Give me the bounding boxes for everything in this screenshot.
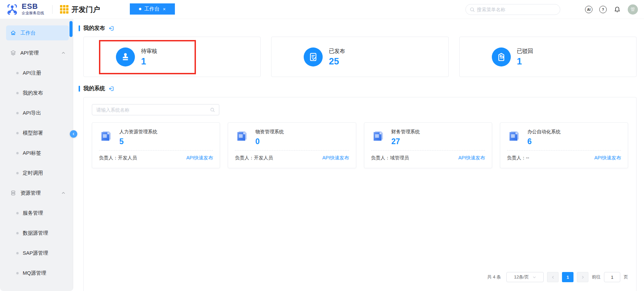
- main-content: 我的发布 待审核 1: [74, 19, 644, 291]
- sidebar-item-label: 模型部署: [23, 130, 43, 136]
- stat-value: 25: [329, 57, 345, 66]
- tab-close-icon[interactable]: ×: [163, 6, 165, 12]
- next-page-button[interactable]: [577, 272, 588, 282]
- sidebar-collapse-button[interactable]: [70, 130, 77, 138]
- system-search-input[interactable]: [96, 107, 207, 113]
- system-owner: 负责人：--: [507, 155, 529, 161]
- bullet-icon: [16, 212, 19, 214]
- pagination-total: 共 4 条: [487, 274, 501, 280]
- system-disk-icon: [99, 129, 113, 146]
- stat-value: 1: [141, 57, 157, 66]
- page-size-value: 12条/页: [514, 274, 529, 280]
- chevron-up-icon: [61, 191, 65, 195]
- stat-card-rejected[interactable]: 已驳回 1: [459, 37, 637, 77]
- content-scrollbar-thumb[interactable]: [69, 21, 73, 37]
- bullet-icon: [16, 132, 19, 134]
- stat-value: 1: [517, 57, 533, 66]
- bullet-icon: [16, 252, 19, 254]
- sidebar-item-label: 工作台: [20, 30, 65, 36]
- sidebar-item-label: MQ源管理: [23, 270, 46, 276]
- home-icon: [10, 30, 16, 36]
- sidebar-item-scheduled-call[interactable]: 定时调用: [6, 166, 69, 180]
- tab-label: 工作台: [144, 6, 159, 12]
- help-icon[interactable]: ?: [599, 6, 607, 13]
- sidebar-item-label: 我的发布: [23, 90, 43, 96]
- brand-logo[interactable]: ESB 企业服务总线: [0, 3, 44, 16]
- sidebar-item-label: 数据源管理: [23, 230, 48, 236]
- system-search-box[interactable]: [92, 104, 219, 115]
- search-icon: [470, 7, 475, 12]
- app-title: 开发门户: [72, 5, 100, 14]
- sidebar-nav: 工作台 API管理 API注册 我的发布 API导出 模型部署 API标签 定时…: [0, 19, 73, 291]
- document-check-icon: [304, 47, 323, 66]
- stat-card-published[interactable]: 已发布 25: [271, 37, 448, 77]
- tab-workbench[interactable]: 工作台 ×: [130, 3, 175, 15]
- goto-label: 前往: [592, 274, 601, 280]
- bullet-icon: [16, 112, 19, 114]
- page-number-button[interactable]: 1: [562, 272, 573, 282]
- stat-label: 已驳回: [517, 48, 533, 55]
- system-disk-icon: [371, 129, 385, 146]
- page-size-select[interactable]: 12条/页: [506, 272, 544, 282]
- sidebar-item-label: 定时调用: [23, 170, 43, 176]
- system-card-hr[interactable]: 人力资源管理系统 5 负责人：开发人员 API快速发布: [92, 122, 220, 168]
- sidebar-item-model-deploy[interactable]: 模型部署: [6, 125, 69, 140]
- my-systems-panel: 人力资源管理系统 5 负责人：开发人员 API快速发布: [83, 97, 637, 291]
- database-icon: [10, 190, 16, 196]
- api-quick-publish-link[interactable]: API快速发布: [458, 155, 485, 161]
- pagination: 共 4 条 12条/页 1 前往 页: [487, 272, 628, 282]
- system-name: 物资管理系统: [255, 129, 284, 135]
- top-header: ESB 企业服务总线 开发门户 工作台 × AI ? 管: [0, 0, 644, 19]
- bullet-icon: [16, 72, 19, 74]
- chevron-up-icon: [61, 51, 65, 55]
- system-api-count: 27: [391, 137, 420, 146]
- menu-search-input[interactable]: [477, 7, 556, 12]
- system-card-oa[interactable]: 办公自动化系统 6 负责人：-- API快速发布: [500, 122, 628, 168]
- api-quick-publish-link[interactable]: API快速发布: [186, 155, 213, 161]
- user-avatar[interactable]: 管: [628, 4, 638, 15]
- goto-page-input[interactable]: [604, 272, 620, 282]
- sidebar-item-api-export[interactable]: API导出: [6, 105, 69, 120]
- sidebar-item-service-management[interactable]: 服务管理: [6, 206, 69, 220]
- system-disk-icon: [235, 129, 249, 146]
- system-owner: 负责人：开发人员: [99, 155, 137, 161]
- system-api-count: 5: [119, 137, 157, 146]
- logo-subtitle: 企业服务总线: [22, 11, 44, 16]
- sidebar-item-api-register[interactable]: API注册: [6, 65, 69, 80]
- system-name: 办公自动化系统: [527, 129, 561, 135]
- api-quick-publish-link[interactable]: API快速发布: [322, 155, 349, 161]
- api-quick-publish-link[interactable]: API快速发布: [594, 155, 621, 161]
- document-return-icon: [492, 47, 511, 66]
- sidebar-item-label: SAP源管理: [23, 250, 48, 256]
- system-owner: 负责人：域管理员: [371, 155, 409, 161]
- sidebar-item-workbench[interactable]: 工作台: [6, 25, 69, 40]
- bullet-icon: [16, 232, 19, 234]
- menu-search-box[interactable]: [465, 4, 560, 15]
- jump-to-icon[interactable]: [108, 86, 114, 92]
- stat-card-pending-review[interactable]: 待审核 1: [83, 37, 261, 77]
- sidebar-item-label: API管理: [20, 50, 57, 56]
- system-card-material[interactable]: 物资管理系统 0 负责人：开发人员 API快速发布: [228, 122, 356, 168]
- portal-grid-icon: [60, 5, 68, 14]
- sidebar-item-mq-source-management[interactable]: MQ源管理: [6, 266, 69, 280]
- jump-to-icon[interactable]: [108, 25, 114, 31]
- sidebar-item-label: API注册: [23, 70, 41, 76]
- system-card-finance[interactable]: 财务管理系统 27 负责人：域管理员 API快速发布: [364, 122, 492, 168]
- sidebar-item-my-publish[interactable]: 我的发布: [6, 85, 69, 100]
- search-icon[interactable]: [210, 108, 215, 112]
- sidebar-item-api-tags[interactable]: API标签: [6, 146, 69, 160]
- chevron-down-icon: [532, 275, 536, 279]
- prev-page-button[interactable]: [547, 272, 559, 282]
- notification-bell-icon[interactable]: [613, 6, 621, 13]
- stat-label: 已发布: [329, 48, 345, 55]
- section-accent-bar: [79, 86, 80, 92]
- sidebar-group-api-management[interactable]: API管理: [6, 45, 69, 60]
- header-divider: [52, 5, 53, 14]
- page-unit-label: 页: [624, 274, 628, 280]
- sidebar-item-sap-source-management[interactable]: SAP源管理: [6, 246, 69, 260]
- ai-assistant-icon[interactable]: AI: [585, 6, 592, 13]
- sidebar-item-label: API导出: [23, 110, 41, 116]
- system-owner: 负责人：开发人员: [235, 155, 273, 161]
- sidebar-item-datasource-management[interactable]: 数据源管理: [6, 226, 69, 240]
- sidebar-group-resource-management[interactable]: 资源管理: [6, 186, 69, 200]
